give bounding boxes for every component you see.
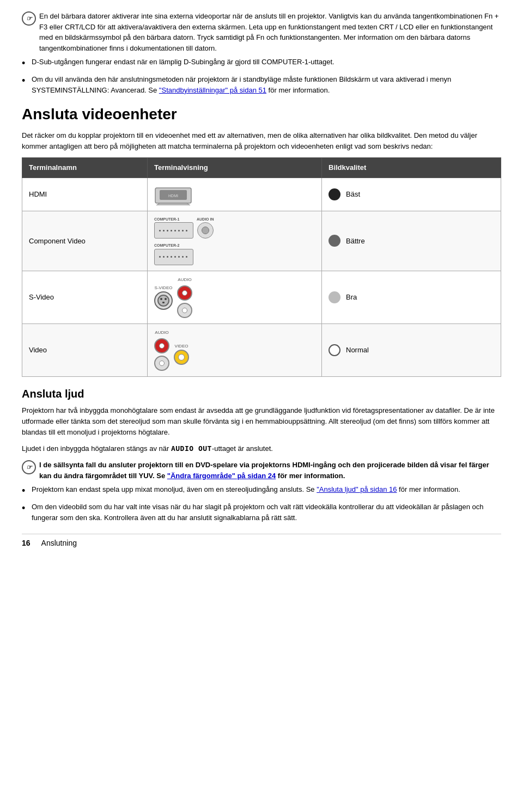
- terminal-name-video: Video: [22, 323, 148, 376]
- bullet-dot-mono: •: [22, 484, 32, 498]
- audio-red-connector: [177, 285, 192, 301]
- quality-circle-video: [329, 344, 340, 356]
- vga-dot: [174, 256, 176, 258]
- svideo-audio-group: AUDIO: [177, 277, 192, 318]
- computer1-label: COMPUTER-1: [154, 217, 179, 223]
- quality-svideo: Bra: [322, 271, 501, 323]
- terminal-name-hdmi: HDMI: [22, 178, 148, 211]
- computer2-vga: [154, 249, 193, 265]
- svideo-group: S-VIDEO: [154, 285, 173, 310]
- video-label: Video: [29, 346, 47, 354]
- quality-label-hdmi: Bäst: [346, 189, 360, 200]
- video-small-label: VIDEO: [175, 343, 188, 350]
- terminal-name-svideo: S-Video: [22, 271, 148, 323]
- footer-label: Anslutning: [41, 538, 77, 549]
- quality-cell-component: Bättre: [329, 235, 494, 247]
- svideo-small-label: S-VIDEO: [155, 285, 173, 291]
- video-audio-red-inner: [159, 343, 165, 349]
- vga-dot: [159, 256, 161, 258]
- computer1-row: COMPUTER-1: [154, 217, 315, 239]
- computer1-group: COMPUTER-1: [154, 217, 193, 239]
- vga-dot: [186, 256, 187, 258]
- top-notes-section: ☞ En del bärbara datorer aktiverar inte …: [22, 11, 501, 95]
- audio-label-video: AUDIO: [155, 329, 168, 336]
- note-text-1: En del bärbara datorer aktiverar inte si…: [39, 11, 501, 53]
- video-audio-white: [154, 356, 169, 371]
- table-row-hdmi: HDMI HDMI Bäst: [22, 178, 501, 211]
- bullet-text-videobild: Om den videobild som du har valt inte vi…: [32, 502, 501, 523]
- svg-point-6: [165, 298, 167, 300]
- vga-dot: [171, 230, 172, 231]
- terminal-visual-svideo: S-VIDEO AUDIO: [148, 271, 322, 323]
- audio-red-inner: [182, 290, 187, 296]
- audio-in-group: AUDIO IN: [197, 217, 214, 239]
- col-header-terminalnamn: Terminalnamn: [22, 158, 148, 178]
- svideo-label: S-Video: [29, 293, 54, 301]
- quality-hdmi: Bäst: [322, 178, 501, 211]
- audio-in-connector: [197, 222, 214, 239]
- vga-dot: [171, 256, 172, 258]
- page-footer: 16 Anslutning: [22, 534, 501, 549]
- video-visual: AUDIO VIDEO: [154, 329, 315, 371]
- ljud-para2-after: -uttaget är anslutet.: [212, 444, 273, 453]
- computer2-row: COMPUTER-2: [154, 243, 315, 265]
- bullet-item-dsub: • D-Sub-utgången fungerar endast när en …: [22, 57, 501, 71]
- vga-dot: [182, 230, 184, 231]
- quality-label-svideo: Bra: [346, 292, 357, 303]
- vga-dot: [163, 256, 165, 258]
- table-header-row: Terminalnamn Terminalvisning Bildkvalite…: [22, 158, 501, 178]
- hdmi-label: HDMI: [29, 190, 47, 198]
- audio-in-inner: [202, 227, 209, 234]
- note-item-dvd: ☞ I de sällsynta fall du ansluter projek…: [22, 460, 501, 481]
- quality-circle-component: [329, 235, 340, 247]
- terminal-visual-video: AUDIO VIDEO: [148, 323, 322, 376]
- audio-in-label: AUDIO IN: [197, 217, 214, 223]
- bottom-bullet-list: ☞ I de sällsynta fall du ansluter projek…: [22, 460, 501, 523]
- dvd-link[interactable]: "Ändra färgområde" på sidan 24: [167, 472, 276, 480]
- computer2-label: COMPUTER-2: [154, 243, 179, 249]
- audio-white-connector: [177, 303, 192, 318]
- section-intro-para: Det räcker om du kopplar projektorn till…: [22, 130, 501, 152]
- bullet-text-mono: Projektorn kan endast spela upp mixat mo…: [32, 484, 501, 495]
- note-icon-dvd: ☞: [22, 460, 36, 474]
- vga-dot: [174, 230, 176, 231]
- page-number: 16: [22, 538, 31, 549]
- bullet-item-videobild: • Om den videobild som du har valt inte …: [22, 502, 501, 523]
- ljud-para1: Projektorn har två inbyggda monohögtalar…: [22, 405, 501, 438]
- computer2-group: COMPUTER-2: [154, 243, 193, 265]
- col-header-terminalvisning: Terminalvisning: [148, 158, 322, 178]
- svideo-svg: [157, 294, 170, 307]
- audio-white-inner: [182, 308, 187, 313]
- quality-circle-svideo: [329, 291, 340, 303]
- table-row-component: Component Video COMPUTER-1: [22, 211, 501, 271]
- hdmi-connector-svg: HDMI: [154, 184, 192, 205]
- quality-cell-hdmi: Bäst: [329, 188, 494, 200]
- note-item-standby: • Om du vill använda den här anslutnings…: [22, 74, 501, 95]
- component-label: Component Video: [29, 237, 86, 245]
- quality-cell-svideo: Bra: [329, 291, 494, 303]
- note-text-standby: Om du vill använda den här anslutningsme…: [32, 74, 501, 95]
- svg-text:HDMI: HDMI: [168, 194, 178, 198]
- vga-dot: [178, 230, 180, 231]
- audio-label-svideo: AUDIO: [178, 277, 191, 283]
- connection-table: Terminalnamn Terminalvisning Bildkvalite…: [22, 157, 501, 377]
- quality-circle-hdmi: [329, 188, 340, 200]
- vga-dot: [167, 230, 168, 231]
- vga-dot: [159, 230, 161, 231]
- svideo-visual: S-VIDEO AUDIO: [154, 277, 315, 318]
- standby-link[interactable]: "Standbyinställningar" på sidan 51: [159, 86, 266, 94]
- section-heading-video: Ansluta videoenheter: [22, 103, 501, 126]
- composite-inner: [178, 354, 185, 361]
- bullet-dot-1: •: [22, 56, 32, 71]
- video-audio-white-inner: [159, 361, 165, 366]
- bullet-dot-videobild: •: [22, 501, 32, 516]
- ljud-para2-before: Ljudet i den inbyggda högtalaren stängs …: [22, 444, 171, 453]
- table-row-video: Video AUDIO VIDEO: [22, 323, 501, 376]
- svg-point-4: [158, 295, 169, 306]
- quality-component: Bättre: [322, 211, 501, 271]
- computer1-vga: [154, 222, 193, 239]
- component-visual: COMPUTER-1: [154, 217, 315, 265]
- mono-link[interactable]: "Ansluta ljud" på sidan 16: [317, 485, 397, 493]
- composite-yellow-connector: [174, 350, 189, 365]
- quality-label-component: Bättre: [346, 236, 365, 247]
